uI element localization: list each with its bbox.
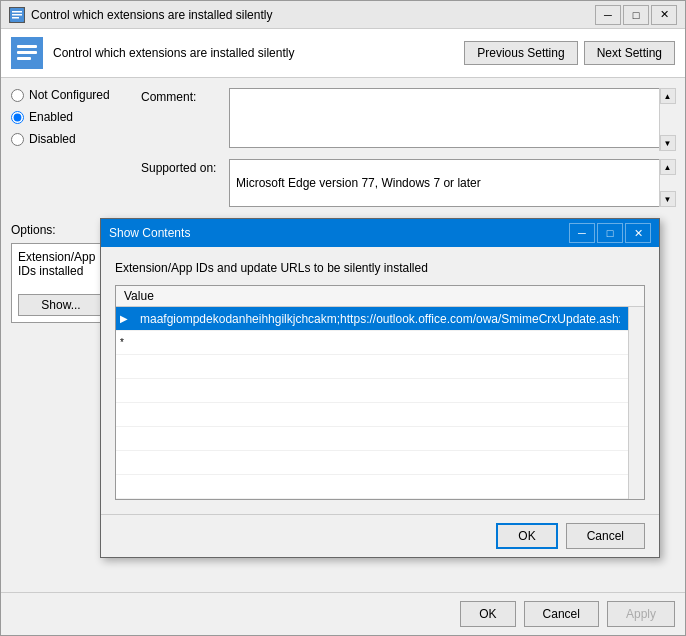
dialog-title: Show Contents <box>109 226 569 240</box>
scroll-down-arrow[interactable]: ▼ <box>660 135 676 151</box>
window-icon <box>9 7 25 23</box>
enabled-radio[interactable] <box>11 111 24 124</box>
svg-rect-1 <box>12 11 22 13</box>
top-section: Not Configured Enabled Disabled Comment: <box>1 78 685 217</box>
table-row-empty <box>116 427 628 451</box>
not-configured-radio[interactable] <box>11 89 24 102</box>
table-scrollbar[interactable] <box>628 307 644 499</box>
minimize-button[interactable]: ─ <box>595 5 621 25</box>
dialog-table-inner: ▶ * <box>116 307 644 499</box>
header-buttons: Previous Setting Next Setting <box>464 41 675 65</box>
header-icon <box>11 37 43 69</box>
svg-rect-3 <box>12 17 19 19</box>
supported-scrollbar[interactable]: ▲ ▼ <box>659 159 675 207</box>
comment-textarea[interactable] <box>229 88 675 148</box>
bottom-buttons: OK Cancel Apply <box>1 592 685 635</box>
comment-label: Comment: <box>141 88 221 104</box>
dialog-table-body: ▶ * <box>116 307 628 499</box>
comment-field-wrap: ▲ ▼ <box>229 88 675 151</box>
table-row-empty <box>116 355 628 379</box>
dialog-table: Value ▶ * <box>115 285 645 500</box>
disabled-radio[interactable] <box>11 133 24 146</box>
scroll-up-arrow[interactable]: ▲ <box>660 88 676 104</box>
comment-row: Comment: ▲ ▼ <box>141 88 675 151</box>
supported-scroll-up[interactable]: ▲ <box>660 159 676 175</box>
supported-field-wrap: Microsoft Edge version 77, Windows 7 or … <box>229 159 675 207</box>
supported-box: Microsoft Edge version 77, Windows 7 or … <box>229 159 675 207</box>
cancel-button[interactable]: Cancel <box>524 601 599 627</box>
table-row-empty <box>116 475 628 499</box>
svg-rect-6 <box>17 51 37 54</box>
table-row-empty <box>116 379 628 403</box>
svg-rect-5 <box>17 45 37 48</box>
window-title: Control which extensions are installed s… <box>31 8 595 22</box>
apply-button[interactable]: Apply <box>607 601 675 627</box>
svg-rect-7 <box>17 57 31 60</box>
not-configured-option[interactable]: Not Configured <box>11 88 131 102</box>
disabled-option[interactable]: Disabled <box>11 132 131 146</box>
header-title: Control which extensions are installed s… <box>53 46 454 60</box>
options-box: Extension/App IDs installed Show... <box>11 243 111 323</box>
supported-scroll-down[interactable]: ▼ <box>660 191 676 207</box>
dialog-title-buttons: ─ □ ✕ <box>569 223 651 243</box>
table-header: Value <box>116 286 644 307</box>
row-arrow-icon: ▶ <box>120 313 136 324</box>
disabled-label: Disabled <box>29 132 76 146</box>
dialog-description: Extension/App IDs and update URLs to be … <box>115 261 645 275</box>
comment-scrollbar[interactable]: ▲ ▼ <box>659 88 675 151</box>
table-row[interactable]: * <box>116 331 628 355</box>
enabled-label: Enabled <box>29 110 73 124</box>
ok-button[interactable]: OK <box>460 601 515 627</box>
title-bar-buttons: ─ □ ✕ <box>595 5 677 25</box>
title-bar: Control which extensions are installed s… <box>1 1 685 29</box>
table-row-empty <box>116 451 628 475</box>
row-value-input-1[interactable] <box>136 312 624 326</box>
maximize-button[interactable]: □ <box>623 5 649 25</box>
svg-rect-2 <box>12 14 22 16</box>
enabled-option[interactable]: Enabled <box>11 110 131 124</box>
dialog-footer: OK Cancel <box>101 514 659 557</box>
dialog-close-button[interactable]: ✕ <box>625 223 651 243</box>
dialog-ok-button[interactable]: OK <box>496 523 557 549</box>
form-panel: Comment: ▲ ▼ Supported on: <box>141 88 675 207</box>
options-field-label: Extension/App IDs installed <box>18 250 104 278</box>
row-asterisk-icon: * <box>120 337 136 348</box>
row-value-input-2[interactable] <box>136 336 624 350</box>
dialog-minimize-button[interactable]: ─ <box>569 223 595 243</box>
table-row-empty <box>116 403 628 427</box>
not-configured-label: Not Configured <box>29 88 110 102</box>
supported-value: Microsoft Edge version 77, Windows 7 or … <box>236 176 481 190</box>
header-section: Control which extensions are installed s… <box>1 29 685 78</box>
dialog-maximize-button[interactable]: □ <box>597 223 623 243</box>
show-button[interactable]: Show... <box>18 294 104 316</box>
supported-row: Supported on: Microsoft Edge version 77,… <box>141 159 675 207</box>
dialog-cancel-button[interactable]: Cancel <box>566 523 645 549</box>
next-setting-button[interactable]: Next Setting <box>584 41 675 65</box>
dialog-body: Extension/App IDs and update URLs to be … <box>101 247 659 514</box>
radio-panel: Not Configured Enabled Disabled <box>11 88 131 207</box>
supported-label: Supported on: <box>141 159 221 175</box>
table-row[interactable]: ▶ <box>116 307 628 331</box>
close-button[interactable]: ✕ <box>651 5 677 25</box>
dialog-title-bar: Show Contents ─ □ ✕ <box>101 219 659 247</box>
show-contents-dialog: Show Contents ─ □ ✕ Extension/App IDs an… <box>100 218 660 558</box>
previous-setting-button[interactable]: Previous Setting <box>464 41 577 65</box>
